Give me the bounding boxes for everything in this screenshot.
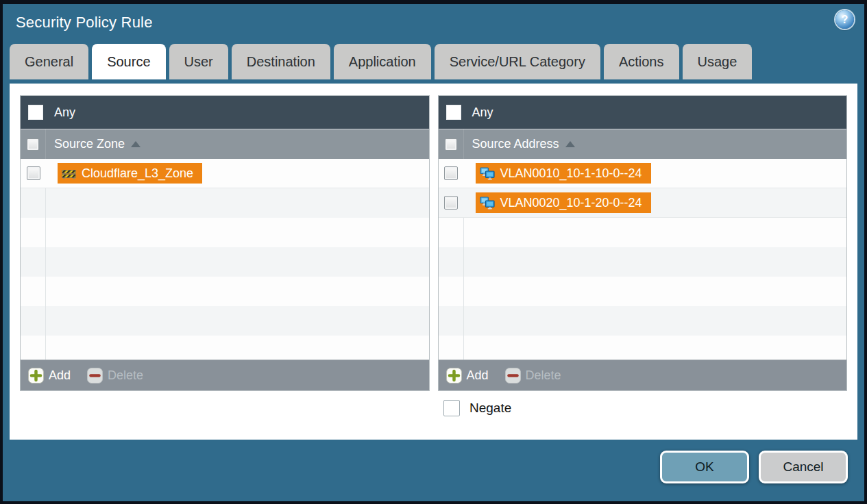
select-all-checkbox[interactable] (27, 138, 39, 151)
entry-label: Cloudflare_L3_Zone (82, 166, 193, 181)
security-policy-rule-dialog: Security Policy Rule ? GeneralSourceUser… (0, 0, 867, 504)
tab-bar: GeneralSourceUserDestinationApplicationS… (3, 44, 864, 79)
panel-body: VLAN0010_10-1-10-0--24 VLAN0020_10-1-20-… (439, 159, 847, 360)
minus-icon (505, 368, 521, 383)
sort-ascending-icon (565, 141, 575, 147)
tab-user[interactable]: User (169, 44, 228, 79)
any-row: Any (439, 96, 847, 129)
any-checkbox[interactable] (28, 105, 43, 120)
delete-button-label: Delete (108, 368, 143, 383)
negate-label: Negate (469, 401, 511, 416)
dialog-footer: OK Cancel (3, 436, 864, 501)
delete-button[interactable]: Delete (87, 368, 143, 383)
entry-chip[interactable]: VLAN0020_10-1-20-0--24 (476, 192, 651, 213)
plus-icon (28, 368, 44, 383)
sort-ascending-icon (131, 141, 141, 147)
panel-footer: Add Delete (439, 360, 847, 390)
any-checkbox[interactable] (446, 105, 461, 120)
delete-button[interactable]: Delete (505, 368, 561, 383)
negate-checkbox[interactable] (443, 400, 460, 416)
any-label: Any (472, 105, 493, 120)
row-checkbox[interactable] (27, 166, 40, 180)
select-all-checkbox[interactable] (445, 138, 457, 151)
tab-general[interactable]: General (10, 44, 88, 79)
add-button-label: Add (49, 368, 71, 383)
dialog-title: Security Policy Rule (16, 14, 153, 32)
ok-button[interactable]: OK (660, 451, 749, 483)
dialog-content: Any Source Zone (10, 84, 857, 440)
tab-application[interactable]: Application (334, 44, 431, 79)
titlebar: Security Policy Rule ? (3, 4, 864, 44)
minus-icon (87, 368, 103, 383)
list-item[interactable]: Cloudflare_L3_Zone (21, 159, 429, 188)
entry-label: VLAN0020_10-1-20-0--24 (500, 196, 642, 210)
zone-icon (62, 168, 76, 179)
any-label: Any (54, 105, 75, 120)
column-header-label: Source Zone (54, 137, 125, 151)
panels: Any Source Zone (20, 95, 847, 391)
column-header[interactable]: Source Address (439, 129, 847, 159)
network-icon (480, 197, 495, 210)
tab-usage[interactable]: Usage (683, 44, 753, 79)
cancel-button[interactable]: Cancel (759, 451, 848, 483)
negate-row: Negate (443, 400, 847, 416)
panel-footer: Add Delete (21, 360, 429, 390)
entry-chip[interactable]: Cloudflare_L3_Zone (58, 163, 202, 184)
panel-source-address: Any Source Address V (438, 95, 848, 391)
panel-source-zone: Any Source Zone (20, 95, 430, 391)
list-item[interactable]: VLAN0010_10-1-10-0--24 (439, 159, 847, 188)
network-icon (480, 167, 495, 180)
add-button[interactable]: Add (28, 368, 71, 383)
tab-source[interactable]: Source (92, 44, 165, 79)
tab-service-url-category[interactable]: Service/URL Category (435, 44, 600, 79)
list-item[interactable]: VLAN0020_10-1-20-0--24 (439, 188, 847, 218)
entry-chip[interactable]: VLAN0010_10-1-10-0--24 (476, 163, 651, 184)
delete-button-label: Delete (526, 368, 561, 383)
help-icon[interactable]: ? (835, 10, 854, 29)
column-header[interactable]: Source Zone (21, 129, 429, 159)
tab-destination[interactable]: Destination (232, 44, 330, 79)
add-button[interactable]: Add (446, 368, 489, 383)
panel-body: Cloudflare_L3_Zone (21, 159, 429, 360)
plus-icon (446, 368, 462, 383)
any-row: Any (21, 96, 429, 129)
tab-actions[interactable]: Actions (604, 44, 679, 79)
column-header-label: Source Address (472, 137, 559, 151)
entry-label: VLAN0010_10-1-10-0--24 (500, 166, 642, 181)
add-button-label: Add (467, 368, 489, 383)
row-checkbox[interactable] (444, 166, 458, 180)
row-checkbox[interactable] (444, 196, 458, 210)
